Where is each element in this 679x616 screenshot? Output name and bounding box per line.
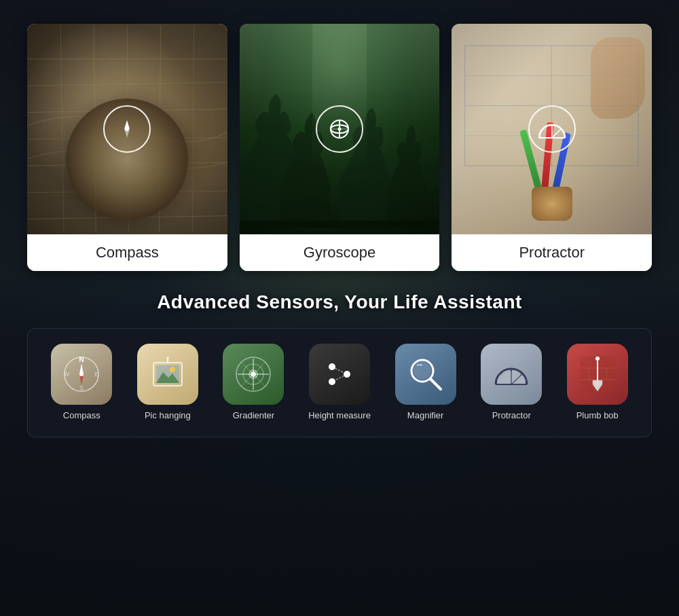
svg-text:W: W	[64, 371, 70, 378]
protractor-card-icon	[528, 105, 576, 153]
svg-point-78	[595, 357, 600, 361]
svg-point-60	[414, 362, 431, 380]
svg-line-1	[27, 82, 227, 86]
magnifier-sensor-label: Magnifier	[407, 410, 443, 422]
plumb-sensor-label: Plumb bob	[576, 410, 619, 422]
sensor-item-pic-hanging[interactable]: Pic hanging	[128, 344, 208, 422]
gyroscope-card-label: Gyroscope	[240, 234, 440, 271]
magnifier-sensor-svg	[405, 353, 447, 395]
svg-line-28	[552, 128, 562, 138]
svg-point-39	[79, 372, 84, 376]
compass-sensor-label: Compass	[63, 410, 100, 422]
svg-point-45	[166, 357, 169, 359]
protractor-sensor-icon-box	[481, 344, 542, 405]
protractor-card-image	[452, 24, 652, 234]
plumb-sensor-icon-box	[567, 344, 628, 405]
svg-line-11	[193, 26, 194, 232]
sensor-item-height-measure[interactable]: Height measure	[299, 344, 380, 422]
svg-text:N: N	[79, 356, 84, 363]
icons-row: N S W E Compass	[41, 344, 638, 422]
hand	[591, 37, 645, 119]
sensor-item-magnifier[interactable]: Magnifier	[385, 344, 466, 422]
gyroscope-card-icon	[316, 105, 363, 153]
sensor-item-compass[interactable]: N S W E Compass	[41, 344, 122, 422]
svg-point-14	[125, 127, 129, 131]
height-sensor-icon-box	[309, 344, 370, 405]
svg-rect-15	[240, 221, 440, 228]
svg-line-61	[430, 379, 441, 389]
protractor-card-label: Protractor	[452, 234, 652, 271]
sensor-item-plumb-bob[interactable]: Plumb bob	[557, 344, 638, 422]
gradienter-sensor-svg	[232, 353, 274, 395]
pic-sensor-svg	[147, 353, 189, 395]
compass-card-label: Compass	[27, 234, 227, 271]
compass-sensor-svg: N S W E	[61, 354, 102, 395]
svg-point-43	[170, 367, 175, 372]
protractor-sensor-label: Protractor	[492, 410, 531, 422]
svg-text:S: S	[79, 384, 84, 391]
gradienter-sensor-label: Gradienter	[233, 410, 274, 422]
gyroscope-card-image	[240, 24, 440, 234]
sensor-item-protractor[interactable]: Protractor	[471, 344, 552, 422]
gyroscope-icon-svg	[327, 116, 352, 142]
protractor-icon-svg	[538, 119, 566, 139]
pic-sensor-icon-box	[137, 344, 198, 405]
compass-card-icon	[103, 105, 151, 153]
sensor-item-gradienter[interactable]: Gradienter	[213, 344, 294, 422]
cards-row: Compass	[27, 24, 652, 271]
compass-card[interactable]: Compass	[27, 24, 227, 271]
pic-sensor-label: Pic hanging	[145, 410, 191, 422]
sensors-section: Advanced Sensors, Your Life Assistant N …	[27, 291, 652, 437]
protractor-card[interactable]: Protractor	[452, 24, 652, 271]
protractor-sensor-svg	[490, 353, 532, 395]
height-sensor-label: Height measure	[308, 410, 371, 422]
sensor-panel: N S W E Compass	[27, 328, 652, 437]
compass-sensor-icon-box: N S W E	[51, 344, 112, 405]
plumb-sensor-svg	[576, 353, 619, 395]
svg-line-7	[60, 26, 64, 232]
content-wrapper: Compass	[0, 0, 679, 616]
gradienter-sensor-icon-box	[223, 344, 284, 405]
compass-card-image	[27, 24, 227, 234]
sensors-title: Advanced Sensors, Your Life Assistant	[27, 291, 652, 313]
magnifier-sensor-icon-box	[395, 344, 456, 405]
height-sensor-svg	[318, 353, 361, 395]
gyroscope-card[interactable]: Gyroscope	[240, 24, 440, 271]
compass-icon-svg	[114, 116, 140, 142]
svg-text:E: E	[94, 371, 98, 378]
